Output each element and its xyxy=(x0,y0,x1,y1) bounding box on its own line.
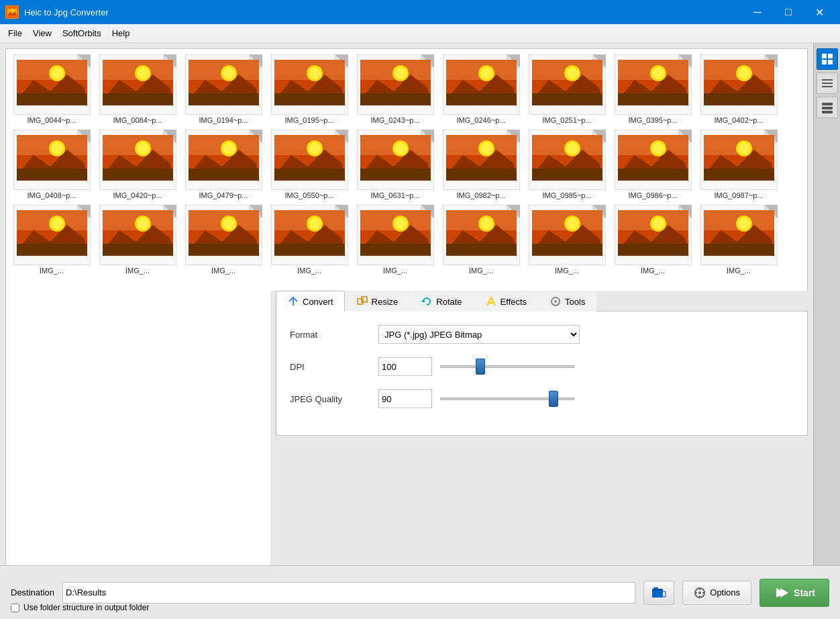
image-item[interactable]: IMG_0395~p... xyxy=(613,54,693,124)
image-item[interactable]: IMG_0479~p... xyxy=(183,130,264,199)
svg-point-289 xyxy=(652,218,664,230)
image-item[interactable]: IMG_0044~p... xyxy=(11,54,92,124)
svg-rect-243 xyxy=(274,244,345,256)
tab-content: Format JPG (*.jpg) JPEG Bitmap PNG (*.pn… xyxy=(276,312,808,436)
svg-rect-317 xyxy=(822,83,833,84)
close-button[interactable]: ✕ xyxy=(804,0,835,24)
format-row: Format JPG (*.jpg) JPEG Bitmap PNG (*.pn… xyxy=(290,325,794,344)
image-label: IMG_0986~p... xyxy=(615,191,692,199)
svg-rect-56 xyxy=(360,93,431,105)
svg-point-36 xyxy=(223,67,235,79)
jpeg-quality-input[interactable] xyxy=(378,389,432,408)
folder-structure-checkbox[interactable] xyxy=(11,604,19,612)
tabs: Convert Resize Rotate Effects xyxy=(276,291,808,312)
settings-overlay: Convert Resize Rotate Effects xyxy=(270,291,813,565)
image-item[interactable]: IMG_... xyxy=(269,205,350,275)
image-item[interactable]: IMG_... xyxy=(698,205,779,275)
image-item[interactable]: IMG_0420~p... xyxy=(97,130,178,199)
image-thumbnail xyxy=(357,54,434,115)
image-label: IMG_0985~p... xyxy=(529,191,606,199)
detail-view-button[interactable] xyxy=(817,97,838,118)
svg-point-58 xyxy=(395,67,407,79)
svg-rect-188 xyxy=(618,169,688,181)
image-item[interactable]: IMG_0987~p... xyxy=(698,130,779,199)
menu-help[interactable]: Help xyxy=(107,27,136,40)
titlebar: Heic to Jpg Converter ─ □ ✕ xyxy=(0,0,840,24)
image-thumbnail xyxy=(271,54,348,115)
image-item[interactable]: IMG_0194~p... xyxy=(183,54,264,124)
image-label: IMG_0243~p... xyxy=(357,116,434,124)
dpi-row: DPI xyxy=(290,357,794,376)
image-item[interactable]: IMG_... xyxy=(97,205,178,275)
image-thumbnail xyxy=(271,130,348,190)
image-item[interactable]: IMG_... xyxy=(355,205,435,275)
image-label: IMG_... xyxy=(700,267,778,275)
image-item[interactable]: IMG_0084~p... xyxy=(97,54,178,124)
svg-rect-144 xyxy=(274,169,345,181)
svg-rect-12 xyxy=(17,93,87,105)
minimize-button[interactable]: ─ xyxy=(742,0,773,24)
list-view-button[interactable] xyxy=(817,73,838,94)
image-item[interactable]: IMG_... xyxy=(613,205,693,275)
menu-softorbits[interactable]: SoftOrbits xyxy=(57,27,107,40)
svg-point-300 xyxy=(738,218,750,230)
svg-point-168 xyxy=(480,142,492,154)
svg-point-2 xyxy=(11,9,13,11)
tab-convert[interactable]: Convert xyxy=(276,291,345,312)
image-label: IMG_0194~p... xyxy=(185,116,262,124)
tab-rotate-label: Rotate xyxy=(436,297,462,307)
image-item[interactable]: IMG_0631~p... xyxy=(355,130,435,199)
image-item[interactable]: IMG_... xyxy=(11,205,92,275)
dpi-slider-track xyxy=(440,365,574,368)
browse-button[interactable] xyxy=(643,581,674,605)
tab-rotate[interactable]: Rotate xyxy=(409,291,473,312)
tab-effects[interactable]: Effects xyxy=(474,291,539,312)
image-item[interactable]: IMG_0408~p... xyxy=(11,130,92,199)
image-thumbnail xyxy=(185,205,262,265)
menu-file[interactable]: File xyxy=(3,27,28,40)
svg-point-278 xyxy=(566,218,578,230)
svg-point-190 xyxy=(652,142,664,154)
svg-rect-23 xyxy=(103,93,173,105)
image-thumbnail xyxy=(529,205,606,265)
tab-tools[interactable]: Tools xyxy=(538,291,596,312)
grid-view-button[interactable] xyxy=(817,48,838,70)
start-button[interactable]: Start xyxy=(759,579,829,607)
image-item[interactable]: IMG_0195~p... xyxy=(269,54,350,124)
options-button[interactable]: Options xyxy=(682,581,751,605)
svg-point-14 xyxy=(51,67,63,79)
svg-rect-221 xyxy=(103,244,173,256)
svg-point-212 xyxy=(51,218,63,230)
start-label: Start xyxy=(794,587,815,598)
svg-rect-319 xyxy=(822,103,833,105)
image-item[interactable]: IMG_0986~p... xyxy=(613,130,693,199)
image-item[interactable]: IMG_0402~p... xyxy=(698,54,779,124)
image-label: IMG_0550~p... xyxy=(271,191,348,199)
svg-rect-320 xyxy=(822,107,833,109)
image-item[interactable]: IMG_0243~p... xyxy=(355,54,435,124)
format-select[interactable]: JPG (*.jpg) JPEG Bitmap PNG (*.png) PNG … xyxy=(378,325,580,344)
image-thumbnail xyxy=(13,54,91,115)
image-item[interactable]: IMG_... xyxy=(441,205,521,275)
image-thumbnail xyxy=(443,54,520,115)
image-item[interactable]: IMG_0251~p... xyxy=(527,54,607,124)
svg-point-80 xyxy=(566,67,578,79)
svg-rect-314 xyxy=(822,60,827,64)
image-item[interactable]: IMG_0550~p... xyxy=(269,130,350,199)
image-label: IMG_... xyxy=(99,267,176,275)
menu-view[interactable]: View xyxy=(28,27,57,40)
svg-rect-89 xyxy=(618,93,688,105)
maximize-button[interactable]: □ xyxy=(773,0,804,24)
image-item[interactable]: IMG_0985~p... xyxy=(527,130,607,199)
image-thumbnail xyxy=(271,205,348,265)
svg-rect-321 xyxy=(822,111,833,113)
image-item[interactable]: IMG_0246~p... xyxy=(441,54,521,124)
svg-rect-133 xyxy=(189,169,259,181)
dpi-input[interactable] xyxy=(378,357,432,376)
tab-resize[interactable]: Resize xyxy=(345,291,410,312)
image-item[interactable]: IMG_0982~p... xyxy=(441,130,521,199)
image-item[interactable]: IMG_... xyxy=(183,205,264,275)
image-item[interactable]: IMG_... xyxy=(527,205,607,275)
image-label: IMG_... xyxy=(185,267,262,275)
destination-input[interactable] xyxy=(62,582,635,604)
